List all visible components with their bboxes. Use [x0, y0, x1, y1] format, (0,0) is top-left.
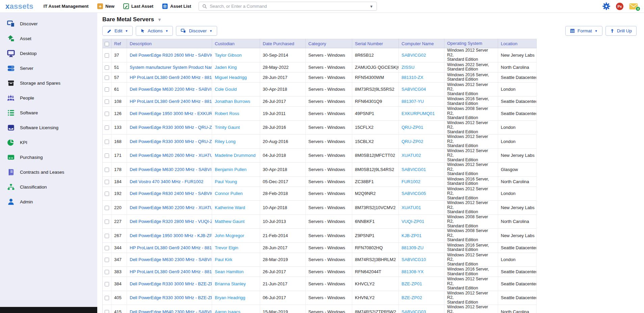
row-checkbox[interactable]: [105, 76, 109, 80]
gear-icon[interactable]: [602, 2, 610, 10]
row-checkbox[interactable]: [105, 87, 109, 92]
row-checkbox[interactable]: [105, 246, 109, 250]
custodian-link[interactable]: Paul Kirk: [215, 257, 232, 262]
custodian-link[interactable]: Matthew Gaunt: [215, 219, 244, 224]
computer-name-link[interactable]: SABVICG01: [402, 167, 426, 172]
custodian-link[interactable]: Cole Gould: [215, 87, 237, 92]
description-link[interactable]: Dell PowerEdge M630 2200 MHz - XUATU01: [130, 205, 212, 210]
description-link[interactable]: Dell PowerEdge 1950 3000 MHz - KJB-ZP01: [130, 233, 212, 238]
description-link[interactable]: HP ProLiant DL380 Gen9 2400 MHz - 881307…: [130, 99, 212, 104]
row-checkbox[interactable]: [105, 65, 109, 70]
computer-name-link[interactable]: QRU-ZP01: [402, 125, 423, 130]
description-link[interactable]: Dell PowerEdge M630 2200 MHz - SABVICG01: [130, 167, 212, 172]
column-header-custodian[interactable]: Custodian: [212, 39, 260, 48]
row-checkbox[interactable]: [105, 258, 109, 262]
row-checkbox[interactable]: [105, 282, 109, 286]
sidebar-item-contracts-and-leases[interactable]: Contracts and Leases: [0, 165, 97, 179]
custodian-link[interactable]: John Mcgregor: [215, 233, 244, 238]
description-link[interactable]: Dell PowerEdge M630 2200 MHz - SABVICG04: [130, 87, 212, 92]
computer-name-link[interactable]: SABVICG10: [402, 257, 426, 262]
computer-name-link[interactable]: EXKURPUMQ01: [402, 111, 435, 116]
computer-name-link[interactable]: 881309-ZU: [402, 245, 423, 250]
select-all-checkbox[interactable]: [105, 42, 109, 46]
row-checkbox[interactable]: [105, 206, 109, 210]
new-button[interactable]: + New: [97, 3, 114, 9]
column-header-operating-system[interactable]: Operating System: [444, 39, 498, 48]
description-link[interactable]: Dell PowerEdge M630 2300 MHz - SABVICG10: [130, 257, 212, 262]
column-header-ref[interactable]: Ref: [111, 39, 127, 48]
sidebar-item-software[interactable]: Software: [0, 105, 97, 120]
sidebar-item-admin[interactable]: Admin: [0, 194, 97, 209]
computer-name-link[interactable]: BZE-ZP01: [402, 281, 422, 286]
drill-up-button[interactable]: Drill Up: [606, 26, 637, 36]
computer-name-link[interactable]: XUATU02: [402, 153, 421, 158]
column-header-serial-number[interactable]: Serial Number: [352, 39, 399, 48]
column-header-date-purchased[interactable]: Date Purchased: [260, 39, 306, 48]
user-avatar-badge[interactable]: Px: [616, 3, 623, 10]
custodian-link[interactable]: Madeline Drummond: [215, 153, 256, 158]
title-chevron-down-icon[interactable]: ▼: [157, 17, 162, 22]
format-button[interactable]: Format ▼: [565, 26, 602, 36]
custodian-link[interactable]: Bryan Headrigg: [215, 295, 245, 300]
custodian-link[interactable]: Katherine Ward: [215, 205, 245, 210]
description-link[interactable]: Dell PowerEdge R330 3000 MHz - QRU-ZP02: [130, 139, 212, 144]
description-link[interactable]: HP ProLiant DL380 Gen9 2400 MHz - 881310…: [130, 75, 212, 80]
command-search-box[interactable]: ▼: [199, 2, 377, 11]
sidebar-item-software-licensing[interactable]: Software Licensing: [0, 120, 97, 135]
computer-name-link[interactable]: 881307-YU: [402, 99, 424, 104]
row-checkbox[interactable]: [105, 168, 109, 172]
computer-name-link[interactable]: ZISSU: [402, 65, 414, 70]
row-checkbox[interactable]: [105, 112, 109, 116]
actions-button[interactable]: Actions ▼: [136, 26, 173, 36]
custodian-link[interactable]: Trevor Elgin: [215, 245, 238, 250]
sidebar-item-desktop[interactable]: Desktop: [0, 46, 97, 61]
custodian-link[interactable]: Jaden King: [215, 65, 237, 70]
search-chevron-down-icon[interactable]: ▼: [369, 4, 373, 8]
custodian-link[interactable]: Brianna Stanley: [215, 281, 246, 286]
edit-button[interactable]: Edit ▼: [102, 26, 133, 36]
custodian-link[interactable]: Trinity Gaunt: [215, 125, 240, 130]
computer-name-link[interactable]: 881310-ZX: [402, 75, 423, 80]
column-header-computer-name[interactable]: Computer Name: [399, 39, 444, 48]
row-checkbox[interactable]: [105, 153, 109, 158]
row-checkbox[interactable]: [105, 310, 109, 313]
description-link[interactable]: System manufacturer System Product Name …: [130, 65, 212, 70]
row-checkbox[interactable]: [105, 270, 109, 274]
computer-name-link[interactable]: FUR1002: [402, 179, 420, 184]
custodian-link[interactable]: Paul Young: [215, 179, 237, 184]
row-checkbox[interactable]: [105, 53, 109, 58]
computer-name-link[interactable]: BZE-ZP02: [402, 295, 422, 300]
description-link[interactable]: HP ProLiant DL380 Gen9 2400 MHz - 881309…: [130, 245, 212, 250]
sidebar-item-people[interactable]: People: [0, 90, 97, 105]
column-header-category[interactable]: Category: [306, 39, 352, 48]
row-checkbox[interactable]: [105, 140, 109, 144]
custodian-link[interactable]: Sean Hamilton: [215, 269, 243, 274]
computer-name-link[interactable]: SABVICG05: [402, 191, 426, 196]
computer-name-link[interactable]: XUATU01: [402, 205, 421, 210]
description-link[interactable]: Dell PowerEdge R330 3000 MHz - BZE-ZP01: [130, 281, 212, 286]
custodian-link[interactable]: Taylor Gibson: [215, 53, 241, 58]
computer-name-link[interactable]: SABVICG03: [402, 309, 426, 313]
description-link[interactable]: Dell PowerEdge R820 2600 MHz - SABVICG02: [130, 53, 212, 58]
row-checkbox[interactable]: [105, 99, 109, 104]
custodian-link[interactable]: Aaron Isaacs: [215, 309, 240, 313]
row-checkbox[interactable]: [105, 234, 109, 238]
sidebar-item-discover[interactable]: Discover: [0, 16, 97, 31]
description-link[interactable]: Dell PowerEdge R630 2400 MHz - SABVICG05: [130, 191, 212, 196]
description-link[interactable]: Dell PowerEdge M640 2300 MHz - SABVICG03: [130, 309, 212, 313]
computer-name-link[interactable]: 881308-YX: [402, 269, 423, 274]
custodian-link[interactable]: Jonathan Burrows: [215, 99, 250, 104]
custodian-link[interactable]: Benjamin Pullen: [215, 167, 247, 172]
description-link[interactable]: Dell PowerEdge M620 2600 MHz - XUATU02: [130, 153, 212, 158]
computer-name-link[interactable]: SABVICG02: [402, 53, 426, 58]
description-link[interactable]: Dell PowerEdge R330 3000 MHz - QRU-ZP01: [130, 125, 212, 130]
sidebar-item-server[interactable]: Server: [0, 61, 97, 76]
description-link[interactable]: Dell PowerEdge 1950 3000 MHz - EXKURPUMQ…: [130, 111, 212, 116]
custodian-link[interactable]: Miguel Headrigg: [215, 75, 247, 80]
sidebar-item-classification[interactable]: Classification: [0, 179, 97, 194]
row-checkbox[interactable]: [105, 220, 109, 224]
row-checkbox[interactable]: [105, 192, 109, 196]
custodian-link[interactable]: Robert Ross: [215, 111, 239, 116]
column-header-location[interactable]: Location: [498, 39, 537, 48]
mail-button[interactable]: 4: [629, 3, 638, 10]
